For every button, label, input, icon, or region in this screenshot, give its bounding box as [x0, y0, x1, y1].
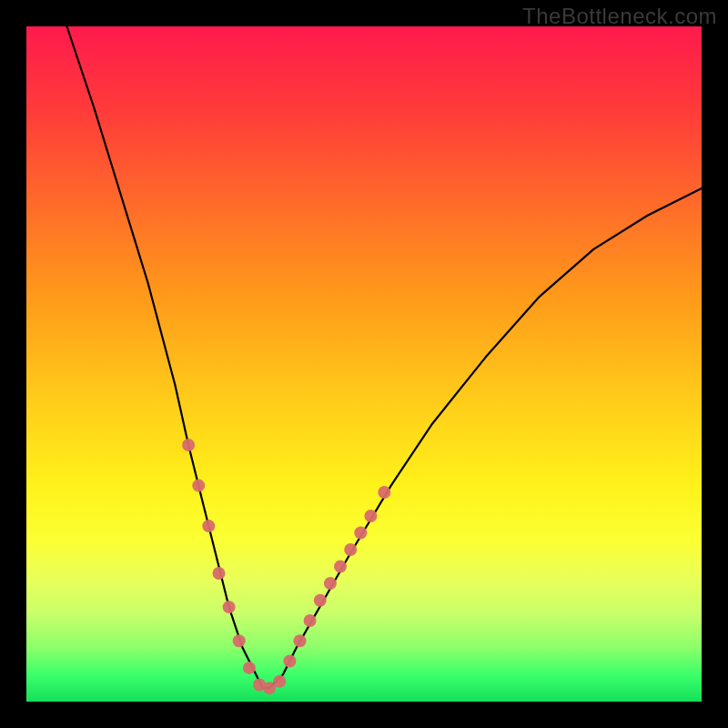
curve-marker — [378, 486, 390, 499]
curve-marker — [273, 675, 286, 688]
curve-marker — [364, 510, 377, 522]
curve-marker — [192, 480, 205, 492]
curve-layer — [26, 26, 702, 702]
curve-marker — [334, 561, 347, 573]
curve-marker — [344, 543, 357, 556]
curve-marker — [243, 662, 256, 674]
curve-marker — [294, 634, 307, 647]
curve-marker — [283, 655, 296, 668]
bottleneck-curve — [67, 26, 703, 688]
chart-frame: TheBottleneck.com — [0, 0, 728, 728]
curve-marker — [314, 594, 327, 607]
curve-marker — [223, 601, 236, 613]
plot-area — [26, 26, 702, 702]
curve-marker — [324, 577, 337, 590]
curve-marker — [304, 614, 317, 627]
curve-marker — [202, 520, 215, 532]
curve-marker — [182, 439, 195, 451]
curve-marker — [354, 527, 367, 540]
curve-marker — [213, 567, 226, 580]
watermark-text: TheBottleneck.com — [522, 4, 717, 29]
curve-marker — [233, 634, 246, 647]
